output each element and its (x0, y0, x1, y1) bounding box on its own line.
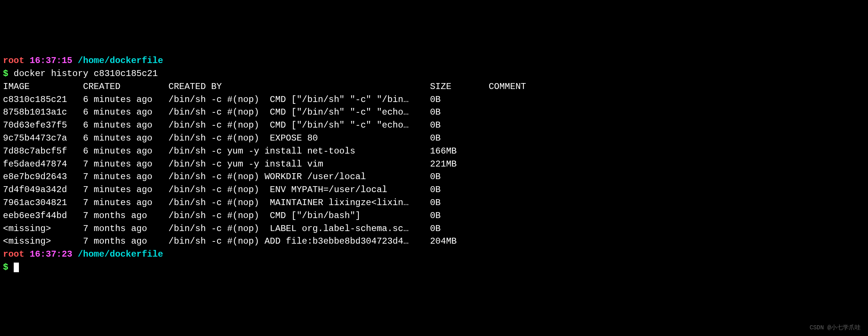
prompt-time: 16:37:15 (30, 56, 72, 66)
cursor (14, 263, 19, 272)
table-row: 70d63efe37f5 6 minutes ago /bin/sh -c #(… (3, 119, 865, 132)
prompt-dollar: $ (3, 262, 8, 272)
table-row: 7d4f049a342d 7 minutes ago /bin/sh -c #(… (3, 184, 865, 197)
terminal-output[interactable]: root 16:37:15 /home/dockerfile$ docker h… (3, 55, 865, 274)
prompt-line-1: root 16:37:15 /home/dockerfile (3, 55, 865, 67)
command-text: docker history c8310c185c21 (14, 69, 158, 79)
table-row: 7d88c7abcf5f 6 minutes ago /bin/sh -c yu… (3, 145, 865, 158)
table-row: e8e7bc9d2643 7 minutes ago /bin/sh -c #(… (3, 171, 865, 184)
command-line: $ docker history c8310c185c21 (3, 67, 865, 80)
current-prompt[interactable]: $ (3, 261, 865, 274)
table-row: 7961ac304821 7 minutes ago /bin/sh -c #(… (3, 197, 865, 210)
table-header: IMAGE CREATED CREATED BY SIZE COMMENT (3, 80, 865, 93)
prompt-line-2: root 16:37:23 /home/dockerfile (3, 248, 865, 261)
table-row: <missing> 7 months ago /bin/sh -c #(nop)… (3, 223, 865, 235)
prompt-path: /home/dockerfile (78, 56, 163, 66)
table-row: <missing> 7 months ago /bin/sh -c #(nop)… (3, 235, 865, 248)
table-row: eeb6ee3f44bd 7 months ago /bin/sh -c #(n… (3, 210, 865, 223)
prompt-user: root (3, 56, 24, 66)
prompt-dollar: $ (3, 69, 8, 79)
table-row: 8758b1013a1c 6 minutes ago /bin/sh -c #(… (3, 106, 865, 119)
table-row: c8310c185c21 6 minutes ago /bin/sh -c #(… (3, 93, 865, 106)
table-row: fe5daed47874 7 minutes ago /bin/sh -c yu… (3, 158, 865, 171)
prompt-time: 16:37:23 (30, 249, 72, 259)
table-row: 9c75b4473c7a 6 minutes ago /bin/sh -c #(… (3, 132, 865, 145)
prompt-path: /home/dockerfile (78, 249, 163, 259)
watermark: CSDN @小七学爪哇 (809, 324, 861, 332)
prompt-user: root (3, 249, 24, 259)
